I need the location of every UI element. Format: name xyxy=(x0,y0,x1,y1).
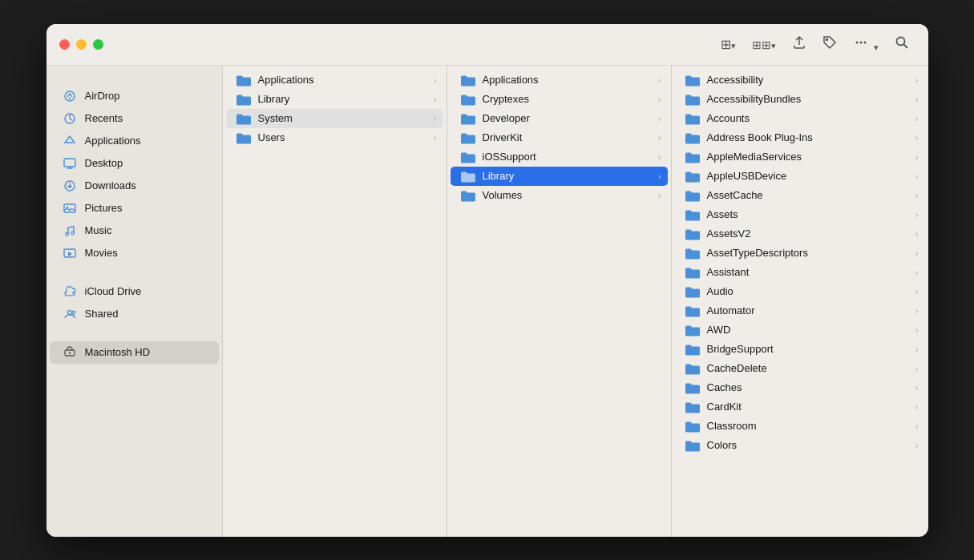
sidebar-label-macintosh-hd: Macintosh HD xyxy=(85,346,151,358)
more-button[interactable]: ▾ xyxy=(847,31,884,58)
list-item[interactable]: AppleMediaServices › xyxy=(675,147,925,167)
chevron-right-icon: › xyxy=(434,95,437,104)
list-item[interactable]: CacheDelete › xyxy=(675,359,925,378)
chevron-right-icon: › xyxy=(658,133,661,143)
item-name: AWD xyxy=(707,324,912,336)
item-name: AccessibilityBundles xyxy=(707,93,912,105)
list-item[interactable]: Assets › xyxy=(675,205,925,224)
list-item[interactable]: AppleUSBDevice › xyxy=(675,167,925,186)
item-name: Applications xyxy=(258,74,430,86)
list-item[interactable]: AWD › xyxy=(675,320,925,340)
minimize-button[interactable] xyxy=(76,39,87,50)
list-item[interactable]: Users › xyxy=(226,128,443,147)
list-item[interactable]: Accounts › xyxy=(675,109,925,128)
sidebar-item-music[interactable]: Music xyxy=(50,220,219,242)
group-button[interactable]: ⊞⊞▾ xyxy=(746,33,782,56)
chevron-right-icon: › xyxy=(915,210,919,220)
list-item[interactable]: BridgeSupport › xyxy=(675,340,925,359)
sidebar-item-shared[interactable]: Shared xyxy=(50,303,219,325)
list-item[interactable]: Cryptexes › xyxy=(451,90,668,109)
svg-point-19 xyxy=(68,352,70,353)
sidebar-item-desktop[interactable]: Desktop xyxy=(50,152,219,175)
list-item[interactable]: Address Book Plug-Ins › xyxy=(675,128,925,147)
list-item[interactable]: Classroom › xyxy=(675,417,925,436)
pictures-icon xyxy=(63,201,77,216)
folder-icon xyxy=(460,93,476,106)
sidebar-item-icloud-drive[interactable]: iCloud Drive xyxy=(50,280,219,303)
sidebar-label-airdrop: AirDrop xyxy=(85,90,120,102)
traffic-lights xyxy=(59,39,103,50)
list-item[interactable]: iOSSupport › xyxy=(451,147,668,167)
forward-button[interactable] xyxy=(131,42,140,46)
folder-icon xyxy=(685,439,701,452)
maximize-button[interactable] xyxy=(93,39,103,50)
item-name: DriverKit xyxy=(483,131,655,143)
folder-icon xyxy=(236,74,252,87)
list-item[interactable]: System › xyxy=(226,109,443,128)
list-item[interactable]: Library › xyxy=(226,90,443,109)
chevron-right-icon: › xyxy=(658,171,661,181)
sidebar-item-applications[interactable]: Applications xyxy=(50,130,219,152)
column-2: Applications › Cryptexes › Developer › D… xyxy=(447,66,672,537)
list-item[interactable]: Assistant › xyxy=(675,263,925,282)
downloads-icon xyxy=(63,179,77,193)
chevron-right-icon: › xyxy=(915,95,919,104)
list-item[interactable]: Library › xyxy=(451,167,668,186)
search-button[interactable] xyxy=(888,32,915,57)
list-item[interactable]: Colors › xyxy=(675,436,925,455)
back-button[interactable] xyxy=(116,42,126,46)
folder-icon xyxy=(685,170,701,183)
chevron-right-icon: › xyxy=(915,441,919,450)
list-item[interactable]: Accessibility › xyxy=(675,71,925,90)
sidebar-label-movies: Movies xyxy=(85,247,118,259)
music-icon xyxy=(63,224,77,238)
list-item[interactable]: Automator › xyxy=(675,301,925,320)
folder-icon xyxy=(236,131,252,144)
list-item[interactable]: Applications › xyxy=(451,71,668,90)
list-item[interactable]: DriverKit › xyxy=(451,128,668,147)
list-item[interactable]: Volumes › xyxy=(451,186,668,205)
item-name: Audio xyxy=(707,285,912,297)
titlebar: ⊞▾ ⊞⊞▾ ▾ xyxy=(46,24,928,66)
movies-icon xyxy=(63,246,77,260)
item-name: AppleMediaServices xyxy=(707,151,912,163)
chevron-right-icon: › xyxy=(658,75,661,85)
share-button[interactable] xyxy=(786,32,813,57)
sidebar-item-recents[interactable]: Recents xyxy=(50,107,219,130)
list-item[interactable]: AssetCache › xyxy=(675,186,925,205)
chevron-right-icon: › xyxy=(658,114,661,123)
folder-icon xyxy=(460,74,476,87)
list-item[interactable]: AccessibilityBundles › xyxy=(675,90,925,109)
chevron-right-icon: › xyxy=(915,171,919,181)
item-name: CardKit xyxy=(707,401,912,413)
chevron-right-icon: › xyxy=(915,152,919,162)
svg-rect-9 xyxy=(64,159,75,167)
list-item[interactable]: Applications › xyxy=(226,71,443,90)
sidebar-item-pictures[interactable]: Pictures xyxy=(50,197,219,220)
list-item[interactable]: CardKit › xyxy=(675,397,925,417)
sidebar-item-downloads[interactable]: Downloads xyxy=(50,175,219,197)
chevron-right-icon: › xyxy=(915,133,919,143)
list-item[interactable]: Caches › xyxy=(675,378,925,397)
svg-point-3 xyxy=(864,41,867,43)
chevron-right-icon: › xyxy=(658,191,661,200)
close-button[interactable] xyxy=(59,39,70,50)
list-item[interactable]: AssetTypeDescriptors › xyxy=(675,244,925,263)
toolbar-actions: ⊞▾ ⊞⊞▾ ▾ xyxy=(714,31,915,58)
folder-icon xyxy=(685,285,701,298)
folder-icon xyxy=(685,266,701,279)
list-item[interactable]: Audio › xyxy=(675,282,925,301)
folder-icon xyxy=(236,112,252,125)
sidebar-label-pictures: Pictures xyxy=(85,202,123,214)
sidebar-item-airdrop[interactable]: AirDrop xyxy=(50,85,219,107)
list-item[interactable]: Developer › xyxy=(451,109,668,128)
item-name: Caches xyxy=(707,381,912,393)
tag-button[interactable] xyxy=(816,32,843,57)
item-name: CacheDelete xyxy=(707,362,912,374)
view-mode-button[interactable]: ⊞▾ xyxy=(714,33,742,56)
sidebar-item-movies[interactable]: Movies xyxy=(50,242,219,264)
sidebar-item-macintosh-hd[interactable]: Macintosh HD xyxy=(50,341,219,364)
chevron-right-icon: › xyxy=(915,383,919,393)
list-item[interactable]: AssetsV2 › xyxy=(675,224,925,244)
icloud-drive-icon xyxy=(63,284,77,299)
